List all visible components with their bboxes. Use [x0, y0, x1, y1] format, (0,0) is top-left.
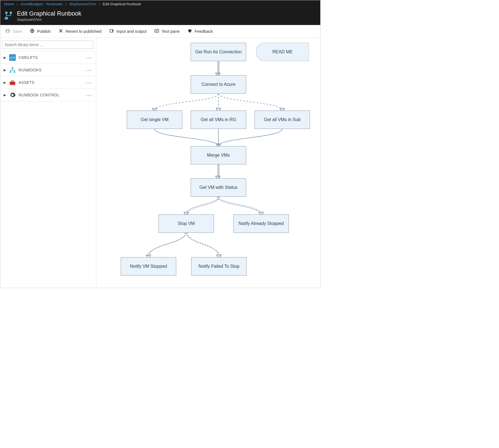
node-notify-vm-stopped[interactable]: Notify VM Stopped	[121, 257, 176, 276]
svg-rect-13	[11, 81, 14, 82]
node-read-me[interactable]: READ ME	[256, 43, 309, 61]
breadcrumb-home[interactable]: Home	[4, 2, 14, 6]
gear-icon	[9, 92, 16, 98]
sidebar-item-runbook-control[interactable]: ▶ RUNBOOK CONTROL ···	[0, 89, 96, 101]
node-get-all-vms-in-sub[interactable]: Get all VMs in Sub	[254, 111, 310, 129]
breadcrumb-sep: ›	[17, 2, 18, 6]
title-bar: Edit Graphical Runbook StopAzureV2Vm	[0, 8, 320, 25]
library-sidebar: ▶ </> CMDLETS ··· ▶ RUNBOOKS ··· ▶ ASSET…	[0, 38, 96, 288]
node-notify-failed-to-stop[interactable]: Notify Failed To Stop	[191, 257, 247, 276]
page-title: Edit Graphical Runbook	[17, 10, 81, 17]
svg-rect-1	[10, 12, 12, 14]
sidebar-item-label: RUNBOOK CONTROL	[19, 93, 60, 97]
svg-text:</>: </>	[9, 56, 16, 60]
heart-icon	[187, 28, 192, 34]
sidebar-item-label: RUNBOOKS	[19, 68, 42, 72]
svg-rect-10	[14, 71, 15, 73]
search-input[interactable]	[2, 41, 93, 49]
node-stop-vm[interactable]: Stop VM	[158, 214, 214, 233]
node-notify-already-stopped[interactable]: Notify Already Stopped	[233, 214, 289, 233]
breadcrumb-stopazurev2vm[interactable]: StopAzureV2Vm	[69, 2, 96, 6]
save-button[interactable]: Save	[5, 28, 22, 34]
revert-button[interactable]: Revert to published	[58, 28, 101, 34]
save-label: Save	[12, 29, 22, 34]
svg-rect-12	[10, 83, 15, 83]
feedback-label: Feedback	[195, 29, 213, 34]
close-icon	[58, 28, 63, 34]
chevron-right-icon: ▶	[4, 68, 6, 72]
sidebar-item-runbooks[interactable]: ▶ RUNBOOKS ···	[0, 64, 96, 76]
more-icon[interactable]: ···	[86, 67, 92, 73]
breadcrumb: Home › AzureBudgets - Runbooks › StopAzu…	[0, 0, 320, 8]
breadcrumb-current: Edit Graphical Runbook	[103, 2, 141, 6]
main: ▶ </> CMDLETS ··· ▶ RUNBOOKS ··· ▶ ASSET…	[0, 38, 320, 288]
svg-rect-8	[12, 67, 13, 69]
sidebar-item-label: ASSETS	[19, 80, 34, 85]
svg-rect-0	[5, 12, 7, 14]
code-icon: </>	[9, 54, 16, 61]
io-icon	[109, 28, 114, 34]
node-get-single-vm[interactable]: Get single VM	[127, 111, 182, 129]
revert-label: Revert to published	[65, 29, 101, 34]
node-label: READ ME	[273, 49, 293, 54]
chevron-right-icon: ▶	[4, 81, 6, 84]
chevron-right-icon: ▶	[4, 93, 6, 97]
node-get-vm-with-status[interactable]: Get VM with Status	[191, 178, 246, 197]
toolbox-icon	[9, 79, 16, 86]
org-icon	[9, 67, 16, 73]
svg-rect-2	[5, 17, 8, 19]
node-get-run-as-connection[interactable]: Get Run As Connection	[191, 43, 246, 61]
more-icon[interactable]: ···	[86, 92, 92, 98]
more-icon[interactable]: ···	[86, 54, 92, 61]
toolbar: Save Publish Revert to published Input a…	[0, 25, 320, 38]
globe-icon	[30, 28, 35, 34]
graph-canvas[interactable]: Get Run As Connection READ ME Connect to…	[96, 38, 320, 288]
node-merge-vms[interactable]: Merge VMs	[191, 146, 246, 164]
feedback-button[interactable]: Feedback	[187, 28, 213, 34]
breadcrumb-sep: ›	[65, 2, 67, 6]
breadcrumb-sep: ›	[99, 2, 100, 6]
test-pane-button[interactable]: Test pane	[154, 28, 180, 34]
test-icon	[154, 28, 159, 34]
page-subtitle: StopAzureV2Vm	[17, 18, 81, 22]
more-icon[interactable]: ···	[86, 79, 92, 86]
input-output-button[interactable]: Input and output	[109, 28, 147, 34]
save-icon	[5, 28, 10, 34]
node-get-all-vms-in-rg[interactable]: Get all VMs in RG	[191, 111, 246, 129]
publish-button[interactable]: Publish	[30, 28, 51, 34]
sidebar-item-assets[interactable]: ▶ ASSETS ···	[0, 76, 96, 89]
io-label: Input and output	[117, 29, 147, 34]
chevron-right-icon: ▶	[4, 56, 6, 59]
publish-label: Publish	[37, 29, 51, 34]
runbook-icon	[4, 11, 13, 21]
test-label: Test pane	[162, 29, 180, 34]
node-connect-to-azure[interactable]: Connect to Azure	[191, 75, 246, 94]
breadcrumb-azurebudgets[interactable]: AzureBudgets - Runbooks	[21, 2, 63, 6]
sidebar-item-label: CMDLETS	[19, 55, 38, 60]
svg-rect-9	[10, 71, 11, 73]
sidebar-item-cmdlets[interactable]: ▶ </> CMDLETS ···	[0, 51, 96, 64]
